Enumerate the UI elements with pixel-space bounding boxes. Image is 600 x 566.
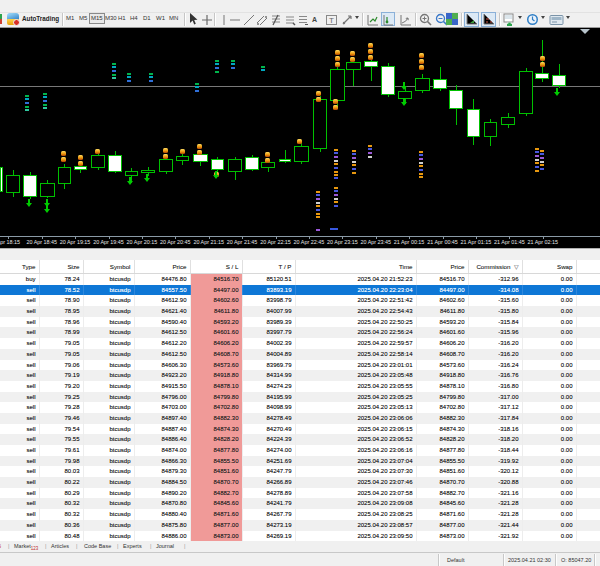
svg-text:T: T (329, 16, 334, 25)
